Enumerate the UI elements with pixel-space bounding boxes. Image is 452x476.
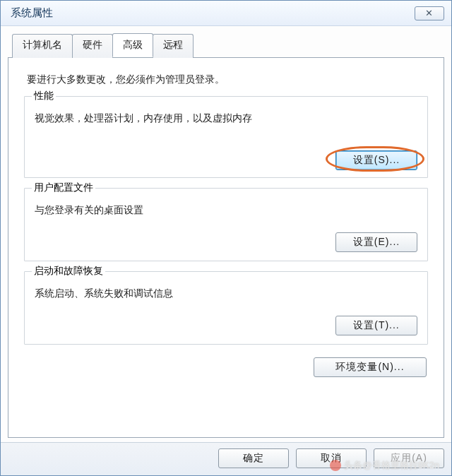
tab-strip: 计算机名 硬件 高级 远程 — [5, 33, 447, 57]
group-startup-recovery-desc: 系统启动、系统失败和调试信息 — [35, 287, 417, 300]
dialog-buttons: 确定 取消 应用(A) — [1, 442, 451, 475]
group-performance: 性能 视觉效果，处理器计划，内存使用，以及虚拟内存 设置(S)... — [24, 96, 428, 178]
tab-hardware[interactable]: 硬件 — [72, 34, 113, 58]
performance-settings-button[interactable]: 设置(S)... — [335, 150, 417, 170]
group-startup-recovery-legend: 启动和故障恢复 — [32, 265, 105, 278]
close-icon[interactable]: ✕ — [415, 6, 444, 20]
group-user-profiles-desc: 与您登录有关的桌面设置 — [35, 204, 417, 217]
startup-recovery-settings-button[interactable]: 设置(T)... — [335, 316, 417, 335]
group-startup-recovery: 启动和故障恢复 系统启动、系统失败和调试信息 设置(T)... — [24, 271, 428, 345]
tab-computer-name[interactable]: 计算机名 — [12, 34, 73, 58]
group-user-profiles-legend: 用户配置文件 — [32, 182, 95, 194]
system-properties-window: 系统属性 ✕ 计算机名 硬件 高级 远程 要进行大多数更改，您必须作为管理员登录… — [0, 0, 452, 476]
dialog-body: 计算机名 硬件 高级 远程 要进行大多数更改，您必须作为管理员登录。 性能 视觉… — [1, 26, 451, 442]
environment-variables-button[interactable]: 环境变量(N)... — [314, 357, 427, 377]
ok-button[interactable]: 确定 — [218, 448, 289, 468]
group-user-profiles: 用户配置文件 与您登录有关的桌面设置 设置(E)... — [24, 188, 428, 261]
group-performance-desc: 视觉效果，处理器计划，内存使用，以及虚拟内存 — [35, 112, 417, 125]
window-title: 系统属性 — [11, 6, 415, 20]
tab-remote[interactable]: 远程 — [153, 34, 194, 58]
tab-panel-advanced: 要进行大多数更改，您必须作为管理员登录。 性能 视觉效果，处理器计划，内存使用，… — [8, 57, 444, 438]
tab-advanced[interactable]: 高级 — [112, 33, 153, 57]
apply-button[interactable]: 应用(A) — [374, 448, 444, 468]
group-performance-legend: 性能 — [32, 90, 56, 102]
cancel-button[interactable]: 取消 — [296, 448, 367, 468]
titlebar: 系统属性 ✕ — [1, 1, 451, 26]
admin-note: 要进行大多数更改，您必须作为管理员登录。 — [27, 73, 427, 86]
user-profiles-settings-button[interactable]: 设置(E)... — [335, 232, 417, 252]
